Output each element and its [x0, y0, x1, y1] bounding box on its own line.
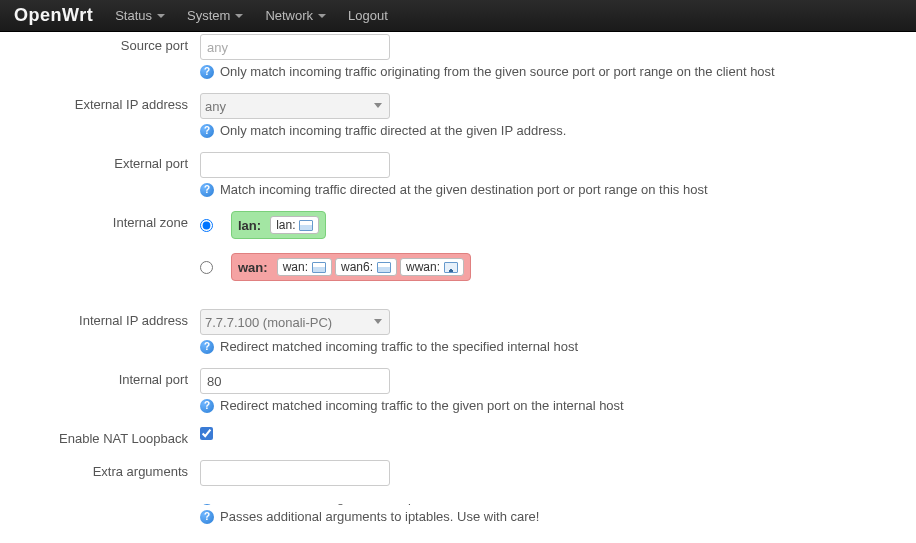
- row-source-port: Source port ? Only match incoming traffi…: [0, 24, 916, 83]
- help-extra-args: Passes additional arguments to iptables.…: [220, 509, 539, 524]
- zone-radio-lan[interactable]: [200, 219, 213, 232]
- ethernet-icon: [377, 262, 391, 273]
- label-external-ip: External IP address: [0, 93, 200, 112]
- help-internal-ip: Redirect matched incoming traffic to the…: [220, 339, 578, 354]
- iface-chip-wwan: wwan:: [400, 258, 464, 276]
- nat-loopback-checkbox[interactable]: [200, 427, 213, 440]
- help-icon: ?: [200, 399, 214, 413]
- label-nat-loopback: Enable NAT Loopback: [0, 427, 200, 446]
- nav-logout[interactable]: Logout: [348, 8, 388, 23]
- label-internal-ip: Internal IP address: [0, 309, 200, 328]
- external-ip-select[interactable]: any: [200, 93, 390, 119]
- row-internal-ip: Internal IP address 7.7.7.100 (monali-PC…: [0, 299, 916, 358]
- nav-logout-label: Logout: [348, 8, 388, 23]
- internal-port-input[interactable]: [200, 368, 390, 394]
- iface-label: wwan:: [406, 260, 440, 274]
- help-external-port: Match incoming traffic directed at the g…: [220, 182, 708, 197]
- extra-args-input[interactable]: [200, 460, 390, 486]
- help-icon: ?: [200, 65, 214, 79]
- label-source-port: Source port: [0, 34, 200, 53]
- row-internal-zone: Internal zone lan: lan: wan: wan:: [0, 201, 916, 299]
- external-port-input[interactable]: [200, 152, 390, 178]
- internal-ip-select[interactable]: 7.7.7.100 (monali-PC): [200, 309, 390, 335]
- label-internal-port: Internal port: [0, 368, 200, 387]
- caret-icon: [157, 14, 165, 18]
- help-icon: ?: [200, 124, 214, 138]
- iface-label: lan:: [276, 218, 295, 232]
- wireless-icon: [444, 262, 458, 273]
- zone-badge-wan[interactable]: wan: wan: wan6: wwan:: [231, 253, 471, 281]
- zone-name-wan: wan:: [238, 260, 268, 275]
- form-area: Source port ? Only match incoming traffi…: [0, 32, 916, 543]
- ethernet-icon: [299, 220, 313, 231]
- brand: OpenWrt: [14, 5, 93, 26]
- iface-label: wan:: [283, 260, 308, 274]
- zone-name-lan: lan:: [238, 218, 261, 233]
- iface-label: wan6:: [341, 260, 373, 274]
- zone-badge-lan[interactable]: lan: lan:: [231, 211, 326, 239]
- zone-option-wan: wan: wan: wan6: wwan:: [200, 253, 471, 281]
- iface-chip-wan: wan:: [277, 258, 332, 276]
- nav-status-label: Status: [115, 8, 152, 23]
- label-external-port: External port: [0, 152, 200, 171]
- nav-network-label: Network: [265, 8, 313, 23]
- source-port-input[interactable]: [200, 34, 390, 60]
- help-icon: ?: [200, 510, 214, 524]
- clip-overlay: [200, 490, 540, 504]
- nav-network[interactable]: Network: [265, 8, 326, 23]
- row-extra-args: Extra arguments ? Passes additional argu…: [0, 450, 916, 528]
- row-external-port: External port ? Match incoming traffic d…: [0, 142, 916, 201]
- help-icon: ?: [200, 340, 214, 354]
- iface-chip-wan6: wan6:: [335, 258, 397, 276]
- nav-system-label: System: [187, 8, 230, 23]
- zone-radio-wan[interactable]: [200, 261, 213, 274]
- help-source-port: Only match incoming traffic originating …: [220, 64, 775, 79]
- row-nat-loopback: Enable NAT Loopback: [0, 417, 916, 450]
- label-extra-args: Extra arguments: [0, 460, 200, 479]
- nav-system[interactable]: System: [187, 8, 243, 23]
- nav-status[interactable]: Status: [115, 8, 165, 23]
- help-internal-port: Redirect matched incoming traffic to the…: [220, 398, 624, 413]
- row-external-ip: External IP address any ? Only match inc…: [0, 83, 916, 142]
- ethernet-icon: [312, 262, 326, 273]
- caret-icon: [235, 14, 243, 18]
- help-external-ip: Only match incoming traffic directed at …: [220, 123, 566, 138]
- iface-chip-lan: lan:: [270, 216, 319, 234]
- zone-option-lan: lan: lan:: [200, 211, 326, 239]
- row-internal-port: Internal port ? Redirect matched incomin…: [0, 358, 916, 417]
- label-internal-zone: Internal zone: [0, 211, 200, 230]
- caret-icon: [318, 14, 326, 18]
- help-icon: ?: [200, 183, 214, 197]
